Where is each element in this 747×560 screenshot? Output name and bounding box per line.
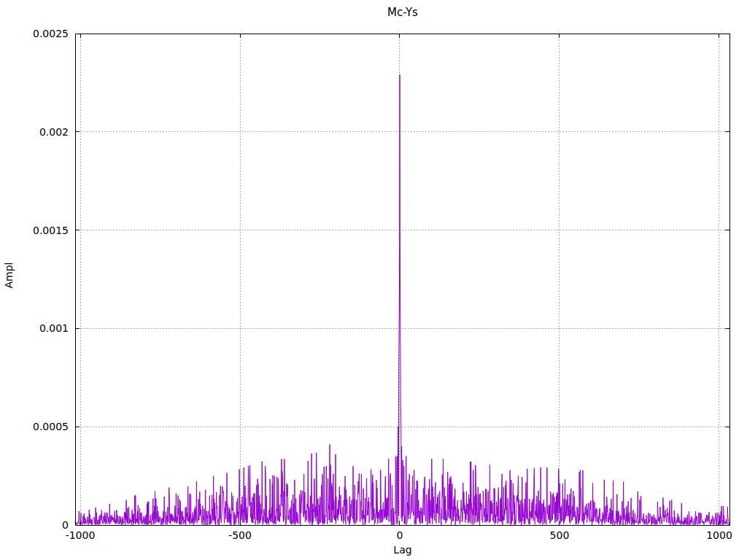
y-tick-label: 0.0005 [33,421,69,432]
correlation-plot: -1000-5000500100000.00050.0010.00150.002… [0,0,747,560]
y-tick-label: 0.002 [39,126,69,138]
x-tick-label: 500 [550,529,570,541]
y-tick-label: 0.0015 [33,225,69,236]
x-tick-label: -1000 [66,529,96,541]
chart-figure: Mc-Ys Ampl Lag -1000-5000500100000.00050… [0,0,747,560]
y-tick-label: 0 [62,519,69,531]
y-tick-label: 0.0025 [33,28,69,39]
plot-border [75,34,729,525]
x-tick-label: 0 [397,529,403,541]
x-tick-label: 1000 [706,529,732,541]
x-tick-label: -500 [228,529,252,541]
y-tick-label: 0.001 [39,322,69,334]
data-series-line [75,75,729,525]
